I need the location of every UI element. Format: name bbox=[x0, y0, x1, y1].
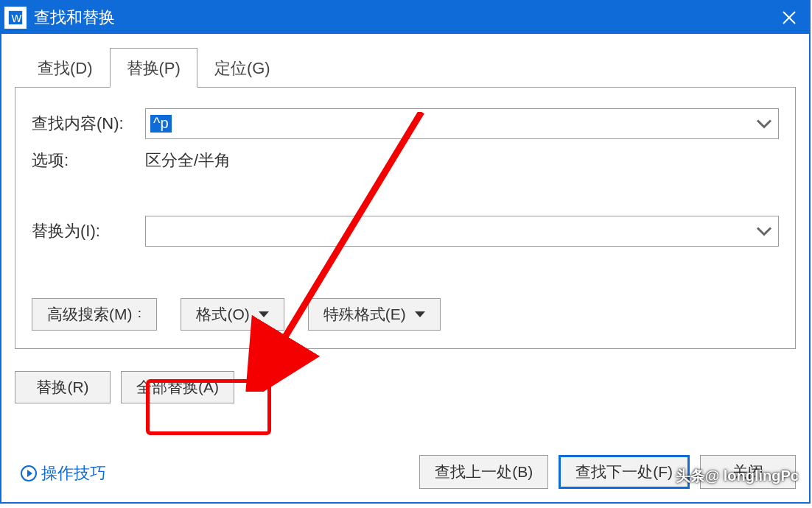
options-row: 选项: 区分全/半角 bbox=[32, 149, 779, 172]
toolbar: 高级搜索(M) ∶ 格式(O) 特殊格式(E) bbox=[32, 298, 779, 331]
special-format-button[interactable]: 特殊格式(E) bbox=[308, 298, 441, 331]
dot-icon: ∶ bbox=[138, 306, 141, 322]
find-label: 查找内容(N): bbox=[32, 113, 145, 135]
chevron-down-icon[interactable] bbox=[753, 220, 775, 242]
special-format-label: 特殊格式(E) bbox=[323, 304, 406, 325]
tab-replace[interactable]: 替换(P) bbox=[110, 48, 197, 88]
caret-down-icon bbox=[259, 311, 269, 317]
svg-text:W: W bbox=[12, 13, 22, 24]
replace-input[interactable] bbox=[145, 216, 779, 247]
replace-label: 替换为(I): bbox=[32, 220, 145, 242]
options-value: 区分全/半角 bbox=[145, 149, 231, 172]
find-next-button[interactable]: 查找下一处(F) bbox=[559, 455, 690, 489]
dialog-content: 查找(D) 替换(P) 定位(G) 查找内容(N): ^p 选项: 区分全/半角… bbox=[1, 34, 809, 409]
find-prev-button[interactable]: 查找上一处(B) bbox=[419, 455, 548, 489]
close-icon[interactable] bbox=[769, 1, 809, 34]
format-label: 格式(O) bbox=[196, 304, 249, 325]
chevron-down-icon[interactable] bbox=[753, 113, 775, 135]
tab-goto[interactable]: 定位(G) bbox=[197, 48, 287, 88]
titlebar: W 查找和替换 bbox=[1, 1, 809, 34]
app-icon: W bbox=[4, 7, 27, 29]
replace-row: 替换为(I): bbox=[32, 216, 779, 247]
close-button[interactable]: 关闭 bbox=[700, 455, 796, 489]
options-label: 选项: bbox=[32, 149, 145, 172]
advanced-search-button[interactable]: 高级搜索(M) ∶ bbox=[32, 298, 157, 331]
caret-down-icon bbox=[415, 311, 425, 317]
bottom-bar: 查找上一处(B) 查找下一处(F) 关闭 bbox=[1, 455, 809, 489]
find-input-value: ^p bbox=[150, 115, 172, 133]
format-button[interactable]: 格式(O) bbox=[181, 298, 284, 331]
dialog-window: W 查找和替换 查找(D) 替换(P) 定位(G) 查找内容(N): ^p bbox=[0, 0, 811, 504]
find-row: 查找内容(N): ^p bbox=[32, 108, 779, 139]
tab-panel-replace: 查找内容(N): ^p 选项: 区分全/半角 替换为(I): bbox=[15, 87, 796, 349]
advanced-search-label: 高级搜索(M) bbox=[47, 304, 132, 325]
tab-find[interactable]: 查找(D) bbox=[21, 48, 110, 88]
window-title: 查找和替换 bbox=[34, 7, 115, 29]
replace-button[interactable]: 替换(R) bbox=[15, 371, 111, 403]
action-buttons-left: 替换(R) 全部替换(A) bbox=[15, 371, 796, 403]
replace-all-button[interactable]: 全部替换(A) bbox=[121, 371, 234, 403]
tabs: 查找(D) 替换(P) 定位(G) bbox=[21, 47, 796, 87]
find-input[interactable]: ^p bbox=[145, 108, 779, 139]
